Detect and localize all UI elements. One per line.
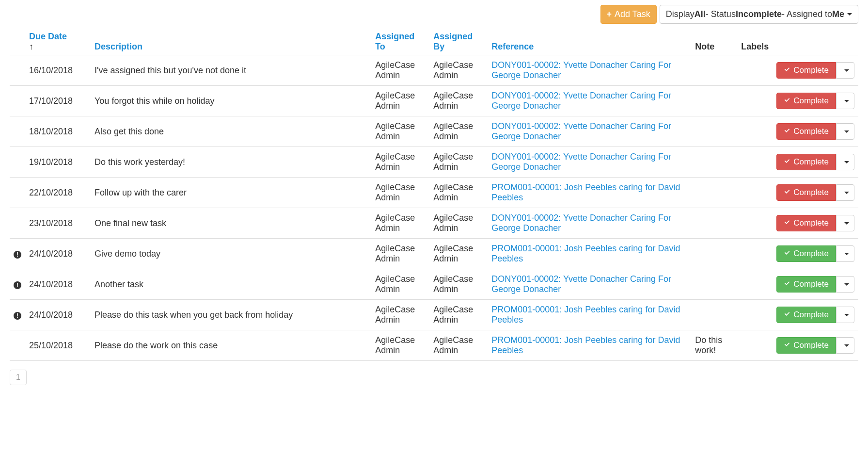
pager: 1 <box>10 370 858 385</box>
sort-asc-icon: ↑ <box>29 42 87 52</box>
cell-labels <box>737 300 773 330</box>
col-note: Note <box>691 29 737 55</box>
cell-note <box>691 178 737 208</box>
cell-assigned-to: AgileCase Admin <box>371 147 429 178</box>
col-assigned-to[interactable]: Assigned To <box>375 32 414 51</box>
cell-note <box>691 116 737 147</box>
cell-assigned-to: AgileCase Admin <box>371 208 429 239</box>
reference-link[interactable]: PROM001-00001: Josh Peebles caring for D… <box>491 182 680 202</box>
filter-dropdown[interactable]: Display All - Status Incomplete - Assign… <box>660 5 858 24</box>
page-button[interactable]: 1 <box>10 370 27 385</box>
complete-button[interactable]: Complete <box>776 215 836 231</box>
cell-note <box>691 55 737 86</box>
cell-due: 24/10/2018 <box>25 300 91 330</box>
tasks-table: Due Date ↑ Description Assigned To Assig… <box>10 29 858 361</box>
cell-labels <box>737 116 773 147</box>
reference-link[interactable]: DONY001-00002: Yvette Donacher Caring Fo… <box>491 60 671 80</box>
reference-link[interactable]: DONY001-00002: Yvette Donacher Caring Fo… <box>491 121 671 141</box>
complete-button[interactable]: Complete <box>776 337 836 354</box>
complete-dropdown[interactable] <box>836 93 854 109</box>
chevron-down-icon <box>844 69 849 72</box>
reference-link[interactable]: DONY001-00002: Yvette Donacher Caring Fo… <box>491 274 671 294</box>
cell-assigned-by: AgileCase Admin <box>429 208 488 239</box>
cell-assigned-to: AgileCase Admin <box>371 330 429 361</box>
col-due-date[interactable]: Due Date <box>29 32 67 41</box>
cell-labels <box>737 208 773 239</box>
table-row: 17/10/2018 You forgot this while on holi… <box>10 86 858 116</box>
cell-assigned-by: AgileCase Admin <box>429 116 488 147</box>
cell-assigned-to: AgileCase Admin <box>371 239 429 269</box>
cell-labels <box>737 147 773 178</box>
complete-dropdown[interactable] <box>836 276 854 293</box>
cell-assigned-to: AgileCase Admin <box>371 116 429 147</box>
complete-dropdown[interactable] <box>836 123 854 140</box>
cell-note <box>691 269 737 300</box>
cell-assigned-by: AgileCase Admin <box>429 147 488 178</box>
complete-button[interactable]: Complete <box>776 154 836 170</box>
check-icon <box>784 96 790 106</box>
cell-labels <box>737 55 773 86</box>
complete-button[interactable]: Complete <box>776 184 836 201</box>
complete-dropdown[interactable] <box>836 215 854 231</box>
cell-assigned-to: AgileCase Admin <box>371 300 429 330</box>
col-description[interactable]: Description <box>95 42 142 51</box>
table-row: 18/10/2018 Also get this done AgileCase … <box>10 116 858 147</box>
reference-link[interactable]: PROM001-00001: Josh Peebles caring for D… <box>491 244 680 263</box>
reference-link[interactable]: DONY001-00002: Yvette Donacher Caring Fo… <box>491 213 671 233</box>
reference-link[interactable]: PROM001-00001: Josh Peebles caring for D… <box>491 305 680 325</box>
cell-due: 22/10/2018 <box>25 178 91 208</box>
cell-note <box>691 239 737 269</box>
add-task-label: Add Task <box>615 8 650 20</box>
chevron-down-icon <box>844 222 849 225</box>
table-row: 25/10/2018 Please do the work on this ca… <box>10 330 858 361</box>
cell-assigned-by: AgileCase Admin <box>429 300 488 330</box>
reference-link[interactable]: DONY001-00002: Yvette Donacher Caring Fo… <box>491 152 671 172</box>
cell-due: 16/10/2018 <box>25 55 91 86</box>
cell-labels <box>737 269 773 300</box>
cell-description: One final new task <box>91 208 371 239</box>
col-assigned-by[interactable]: Assigned By <box>433 32 473 51</box>
cell-due: 23/10/2018 <box>25 208 91 239</box>
cell-assigned-by: AgileCase Admin <box>429 86 488 116</box>
cell-assigned-by: AgileCase Admin <box>429 269 488 300</box>
complete-dropdown[interactable] <box>836 245 854 262</box>
chevron-down-icon <box>844 161 849 163</box>
cell-assigned-to: AgileCase Admin <box>371 86 429 116</box>
complete-button[interactable]: Complete <box>776 93 836 109</box>
table-row: ! 24/10/2018 Please do this task when yo… <box>10 300 858 330</box>
cell-labels <box>737 86 773 116</box>
alert-icon: ! <box>14 281 21 289</box>
complete-button[interactable]: Complete <box>776 276 836 293</box>
chevron-down-icon <box>844 100 849 102</box>
cell-note <box>691 86 737 116</box>
check-icon <box>784 127 790 136</box>
complete-dropdown[interactable] <box>836 337 854 354</box>
chevron-down-icon <box>847 13 852 16</box>
complete-button[interactable]: Complete <box>776 307 836 323</box>
table-row: ! 24/10/2018 Another task AgileCase Admi… <box>10 269 858 300</box>
chevron-down-icon <box>844 314 849 316</box>
add-task-button[interactable]: + Add Task <box>600 5 657 24</box>
cell-description: Please do the work on this case <box>91 330 371 361</box>
cell-due: 24/10/2018 <box>25 269 91 300</box>
cell-due: 19/10/2018 <box>25 147 91 178</box>
complete-button[interactable]: Complete <box>776 62 836 79</box>
cell-note: Do this work! <box>691 330 737 361</box>
col-reference[interactable]: Reference <box>491 42 534 51</box>
cell-note <box>691 300 737 330</box>
reference-link[interactable]: PROM001-00001: Josh Peebles caring for D… <box>491 335 680 355</box>
cell-labels <box>737 239 773 269</box>
complete-button[interactable]: Complete <box>776 123 836 140</box>
chevron-down-icon <box>844 253 849 255</box>
cell-description: I've assigned this but you've not done i… <box>91 55 371 86</box>
complete-button[interactable]: Complete <box>776 245 836 262</box>
complete-dropdown[interactable] <box>836 184 854 201</box>
table-row: ! 24/10/2018 Give demo today AgileCase A… <box>10 239 858 269</box>
cell-due: 24/10/2018 <box>25 239 91 269</box>
complete-dropdown[interactable] <box>836 62 854 79</box>
complete-dropdown[interactable] <box>836 307 854 323</box>
cell-assigned-to: AgileCase Admin <box>371 55 429 86</box>
reference-link[interactable]: DONY001-00002: Yvette Donacher Caring Fo… <box>491 91 671 111</box>
cell-assigned-to: AgileCase Admin <box>371 178 429 208</box>
complete-dropdown[interactable] <box>836 154 854 170</box>
